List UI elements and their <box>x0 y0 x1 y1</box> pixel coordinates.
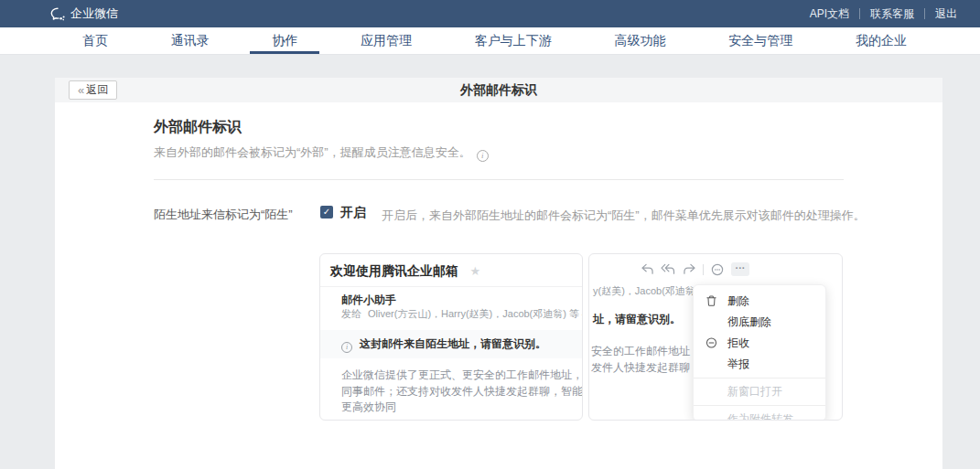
mail-subject-row: 欢迎使用腾讯企业邮箱 ★ <box>320 254 582 287</box>
panel-header: « 返回 外部邮件标识 <box>55 78 942 102</box>
tab-home[interactable]: 首页 <box>82 27 108 54</box>
menu-item-delete: 删除 <box>694 291 825 312</box>
tab-app-management[interactable]: 应用管理 <box>361 27 412 54</box>
clipped-notice-text: 址，请留意识别。 <box>593 312 681 327</box>
forward-icon <box>682 263 696 276</box>
brand-logo[interactable]: 企业微信 <box>50 5 118 22</box>
menu-item-label: 彻底删除 <box>727 315 771 328</box>
menu-item-report: 举报 <box>694 354 825 375</box>
tab-my-company[interactable]: 我的企业 <box>856 27 907 54</box>
recipients-prefix: 发给 <box>341 308 361 319</box>
menu-separator <box>694 378 825 378</box>
tab-security-management[interactable]: 安全与管理 <box>728 27 792 54</box>
mail-sender: 邮件小助手 <box>341 293 396 308</box>
topbar-link-logout[interactable]: 退出 <box>925 6 967 22</box>
setting-row-label: 陌生地址来信标记为“陌生” <box>154 207 293 223</box>
stranger-notice-text: 这封邮件来自陌生地址，请留意识别。 <box>360 337 546 350</box>
info-icon[interactable]: i <box>477 150 489 162</box>
setting-hint: 开启后，来自外部陌生地址的邮件会标记为“陌生”，邮件菜单优先展示对该邮件的处理操… <box>382 208 866 224</box>
main-panel: « 返回 外部邮件标识 外部邮件标识 来自外部的邮件会被标记为“外部”，提醒成员… <box>55 78 942 469</box>
settings-title: 外部邮件标识 <box>154 118 242 137</box>
menu-item-label: 删除 <box>727 294 749 307</box>
brand-name: 企业微信 <box>70 5 118 22</box>
tab-contacts[interactable]: 通讯录 <box>171 27 210 54</box>
mail-body-line: 同事邮件；还支持对收发件人快捷发起群聊，智能分类邮件， <box>341 384 582 400</box>
mail-subject: 欢迎使用腾讯企业邮箱 <box>330 263 458 278</box>
mail-body-line: 企业微信提供了更正式、更安全的工作邮件地址，可以方便地 <box>341 368 582 384</box>
mail-toolbar: ··· <box>640 262 749 276</box>
menu-item-label: 拒收 <box>727 336 749 349</box>
menu-separator <box>694 405 825 406</box>
mail-preview-card-right: ··· y(赵美)，Jacob(邓迪翁) 等 共 址，请留意识别。 安全的工作邮… <box>588 253 843 421</box>
back-arrow-icon: « <box>78 83 84 97</box>
reply-all-icon <box>661 263 675 276</box>
page-header-title: 外部邮件标识 <box>55 78 942 102</box>
notice-info-icon: i <box>341 342 352 353</box>
menu-item-label: 举报 <box>727 357 749 370</box>
menu-item-forward-as-attachment: 作为附件转发 <box>694 409 825 421</box>
toolbar-separator <box>703 264 704 275</box>
topbar-links: API文档 联系客服 退出 <box>800 6 967 22</box>
trash-icon <box>705 294 718 307</box>
topbar-link-contact-support[interactable]: 联系客服 <box>860 6 924 22</box>
tab-advanced-features[interactable]: 高级功能 <box>615 27 666 54</box>
menu-item-delete-forever: 彻底删除 <box>694 312 825 333</box>
mail-preview-card-left: 欢迎使用腾讯企业邮箱 ★ 邮件小助手 发给Oliver(方云山)，Harry(赵… <box>319 253 583 421</box>
menu-item-open-new-window: 新窗口打开 <box>694 381 825 402</box>
more-actions-icon: ··· <box>731 262 749 276</box>
menu-item-label: 新窗口打开 <box>727 385 782 398</box>
main-nav: 首页 通讯录 协作 应用管理 客户与上下游 高级功能 安全与管理 我的企业 <box>0 27 980 55</box>
enable-checkbox-label[interactable]: 开启 <box>340 205 366 221</box>
comment-icon <box>710 263 725 276</box>
enable-checkbox[interactable]: ✓ <box>320 206 333 219</box>
tab-collaboration[interactable]: 协作 <box>272 27 297 54</box>
menu-item-label: 作为附件转发 <box>727 412 793 421</box>
topbar-link-api-docs[interactable]: API文档 <box>800 6 859 22</box>
mail-context-menu: 删除 彻底删除 拒收 举报 新窗口打开 作为附件转发 <box>693 284 826 421</box>
stranger-notice-bar: i这封邮件来自陌生地址，请留意识别。 <box>320 330 582 358</box>
star-icon: ★ <box>469 264 480 278</box>
back-button-label: 返回 <box>86 82 108 98</box>
section-divider <box>154 179 844 180</box>
top-bar: 企业微信 API文档 联系客服 退出 <box>0 0 980 27</box>
settings-subtitle: 来自外部的邮件会被标记为“外部”，提醒成员注意信息安全。i <box>154 144 489 162</box>
mail-recipients: 发给Oliver(方云山)，Harry(赵美)，Jacob(邓迪翁) 等 共5人 <box>341 307 582 321</box>
settings-subtitle-text: 来自外部的邮件会被标记为“外部”，提醒成员注意信息安全。 <box>154 145 471 159</box>
back-button[interactable]: « 返回 <box>69 80 117 100</box>
menu-item-reject: 拒收 <box>694 333 825 354</box>
reply-icon <box>640 263 654 276</box>
recipients-list: Oliver(方云山)，Harry(赵美)，Jacob(邓迪翁) 等 共5人 <box>368 308 582 319</box>
block-icon <box>705 336 718 349</box>
tab-customers[interactable]: 客户与上下游 <box>475 27 552 54</box>
wework-bubble-icon <box>50 7 70 21</box>
mail-body: 企业微信提供了更正式、更安全的工作邮件地址，可以方便地 同事邮件；还支持对收发件… <box>341 368 582 416</box>
mail-body-line: 更高效协同 <box>341 400 582 416</box>
